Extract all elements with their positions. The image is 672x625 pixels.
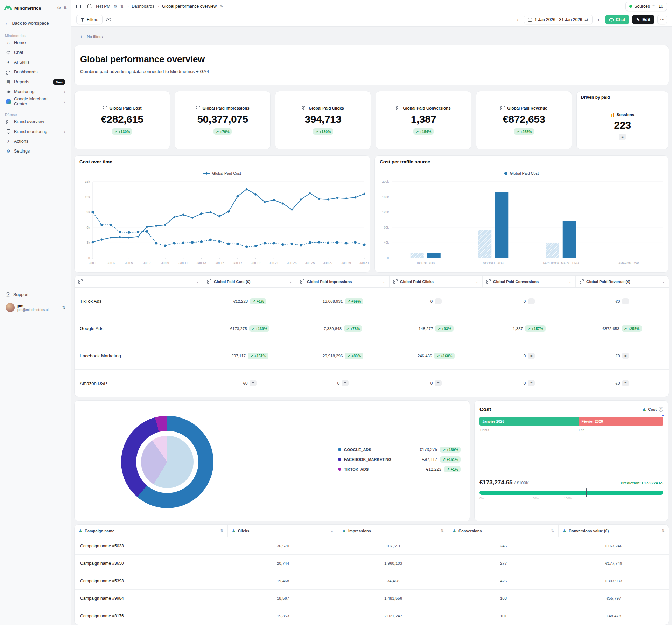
metric-value: 29,918,296: [323, 354, 343, 358]
sidebar-item-actions[interactable]: ⚡Actions: [4, 136, 68, 146]
workspace-switcher-icon[interactable]: ⇅: [63, 6, 67, 10]
campaign-row[interactable]: Campaign name #539319,46834,468425€307,9…: [75, 572, 669, 590]
info-icon[interactable]: ?: [659, 407, 663, 412]
donut-chart[interactable]: [121, 416, 214, 508]
column-header[interactable]: ⌄: [75, 276, 203, 287]
legend-item[interactable]: FACEBOOK_MARKETING€97,117↗ +151%: [338, 456, 461, 463]
progress-bar[interactable]: [479, 491, 663, 495]
sort-icon[interactable]: ⇅: [441, 529, 444, 533]
dot-series-icon: [504, 172, 507, 175]
sidebar-section-label: Dfense: [4, 113, 68, 117]
svg-text:12k: 12k: [85, 195, 90, 199]
table-row[interactable]: Google Ads€173,275↗ +139%7,389,848↗ +78%…: [75, 315, 669, 342]
metric-value: 1,387: [513, 326, 523, 331]
date-range-picker[interactable]: 1 Jan 2026 - 31 Jan 2026 ⇄: [524, 15, 592, 24]
filters-button[interactable]: Filters: [76, 15, 103, 24]
project-switcher-icon[interactable]: ⇅: [120, 4, 124, 9]
mindmetrics-logo-icon: [4, 4, 12, 12]
sidebar-item-ai-skills[interactable]: ✦AI Skills: [4, 57, 68, 67]
campaign-row[interactable]: Campaign name #998418,5671,481,556103€55…: [75, 590, 669, 607]
sort-icon[interactable]: ⌄: [331, 529, 334, 533]
column-header[interactable]: Impressions⇅: [338, 525, 448, 537]
breadcrumb-project[interactable]: Test PM: [95, 4, 110, 9]
chat-button[interactable]: Chat: [605, 15, 630, 24]
column-header[interactable]: Global Paid Revenue (€)⌄: [576, 276, 669, 287]
legend-item[interactable]: TIKTOK_ADS€12,223↗ +1%: [338, 466, 461, 472]
visibility-icon[interactable]: [106, 18, 111, 21]
add-filter-icon[interactable]: +: [80, 34, 83, 40]
trend-up-icon: ↗: [315, 129, 318, 134]
sidebar-toggle-icon[interactable]: [76, 5, 81, 8]
column-header[interactable]: Conversions⇅: [448, 525, 559, 537]
budget-timeline: Janvier 2026 Février 2026: [479, 417, 663, 426]
previous-period-button[interactable]: ‹: [514, 17, 521, 22]
table-row[interactable]: Facebook Marketing€97,117↗ +151%29,918,2…: [75, 342, 669, 370]
campaign-row[interactable]: Campaign name #365020,7441,960,103277€17…: [75, 555, 669, 572]
column-header[interactable]: Conversions value (€)⇅: [559, 525, 669, 537]
metric-value: 0: [524, 354, 526, 358]
sidebar-item-label: Monitoring: [14, 89, 61, 94]
metric-value: 246,436: [418, 354, 432, 358]
svg-text:Jan 13: Jan 13: [197, 261, 206, 265]
google-ads-icon: [453, 529, 456, 532]
sidebar-item-home[interactable]: ⌂Home: [4, 38, 68, 48]
metric-value: 0: [430, 381, 433, 385]
rename-icon[interactable]: ✎: [220, 4, 223, 9]
column-header[interactable]: Global Paid Cost (€)⌄: [203, 276, 296, 287]
metric-cell: 1,387↗ +157%: [483, 325, 576, 332]
timeline-current-period: Janvier 2026: [479, 417, 579, 426]
campaign-metric: 245: [448, 544, 559, 548]
trend-up-icon: ↗: [347, 354, 350, 358]
trend-up-icon: ↗: [347, 299, 350, 303]
legend-delta-badge: ↗ +1%: [444, 466, 461, 472]
kpi-card[interactable]: Global Paid Impressions50,377,075↗ +79%: [175, 91, 271, 149]
sidebar-item-monitoring[interactable]: Monitoring›: [4, 87, 68, 97]
campaign-metric: €55,797: [559, 596, 669, 601]
kpi-card[interactable]: Global Paid Clicks394,713↗ +130%: [275, 91, 371, 149]
campaign-metric: 19,468: [228, 579, 338, 583]
breadcrumb-section[interactable]: Dashboards: [132, 4, 154, 9]
more-options-button[interactable]: ⋯: [657, 15, 667, 24]
next-period-button[interactable]: ›: [595, 17, 602, 22]
edit-button[interactable]: ✎ Edit: [632, 15, 654, 24]
sort-icon[interactable]: ⇅: [220, 529, 223, 533]
column-header[interactable]: Clicks⌄: [228, 525, 338, 537]
delta-badge: ↗ +59%: [345, 298, 363, 304]
sidebar-item-chat[interactable]: Chat: [4, 48, 68, 57]
sidebar-item-brand-overview[interactable]: Brand overview: [4, 117, 68, 127]
sidebar-item-brand-monitoring[interactable]: Brand monitoring›: [4, 127, 68, 136]
sort-icon[interactable]: ⇅: [551, 529, 554, 533]
kpi-card[interactable]: Global Paid Conversions1,387↗ +154%: [376, 91, 471, 149]
column-label: Global Paid Conversions: [493, 280, 539, 284]
table-row[interactable]: TikTok Ads€12,223↗ +1%13,068,931↗ +59%0=…: [75, 288, 669, 315]
campaign-row[interactable]: Campaign name #317615,3532,021,247101€48…: [75, 607, 669, 625]
delta-badge: =: [622, 298, 629, 304]
table-row[interactable]: Amazon DSP€0=0=0=0=€0=: [75, 370, 669, 397]
sources-button[interactable]: Sources 10: [625, 2, 667, 11]
back-to-workspace-link[interactable]: ← Back to workspace: [4, 20, 68, 27]
column-header[interactable]: Campaign name⇅: [75, 525, 228, 537]
cost-per-source-card: Cost per traffic source Global Paid Cost…: [374, 155, 668, 273]
sidebar-item-reports[interactable]: ▤ReportsNew: [4, 77, 68, 87]
sidebar-item-dashboards[interactable]: Dashboards: [4, 67, 68, 77]
sidebar-item-support[interactable]: ? Support: [4, 290, 68, 300]
line-chart[interactable]: 03k6k9k12k15kJan 1Jan 3Jan 5Jan 7Jan 9Ja…: [75, 178, 370, 273]
legend-item[interactable]: GOOGLE_ADS€173,275↗ +139%: [338, 446, 461, 453]
bar-chart[interactable]: 040k80k120k160k200kTIKTOK_ADSGOOGLE_ADSF…: [375, 178, 668, 273]
sidebar-item-google-merchant-center[interactable]: Google Merchant Center›: [4, 97, 68, 106]
sort-icon[interactable]: ⇅: [662, 529, 665, 533]
column-header[interactable]: Global Paid Conversions⌄: [483, 276, 576, 287]
kpi-card[interactable]: Global Paid Cost€282,615↗ +130%: [74, 91, 170, 149]
workspace-settings-icon[interactable]: ⚙: [57, 6, 61, 10]
campaign-metric: €177,749: [559, 561, 669, 566]
user-menu[interactable]: pm pm@mindmetrics.ai ⇅: [4, 302, 68, 314]
metric-value: 0: [524, 381, 526, 385]
sidebar-item-settings[interactable]: ⚙Settings: [4, 146, 68, 156]
project-settings-icon[interactable]: ⚙: [113, 4, 117, 9]
column-header[interactable]: Global Paid Impressions⌄: [296, 276, 390, 287]
campaign-row[interactable]: Campaign name #503336,570107,551245€167,…: [75, 537, 669, 555]
column-header[interactable]: Global Paid Clicks⌄: [390, 276, 483, 287]
goal-marker[interactable]: [586, 489, 587, 497]
kpi-card[interactable]: Global Paid Revenue€872,653↗ +255%: [476, 91, 572, 149]
google-ads-icon: [232, 529, 236, 532]
